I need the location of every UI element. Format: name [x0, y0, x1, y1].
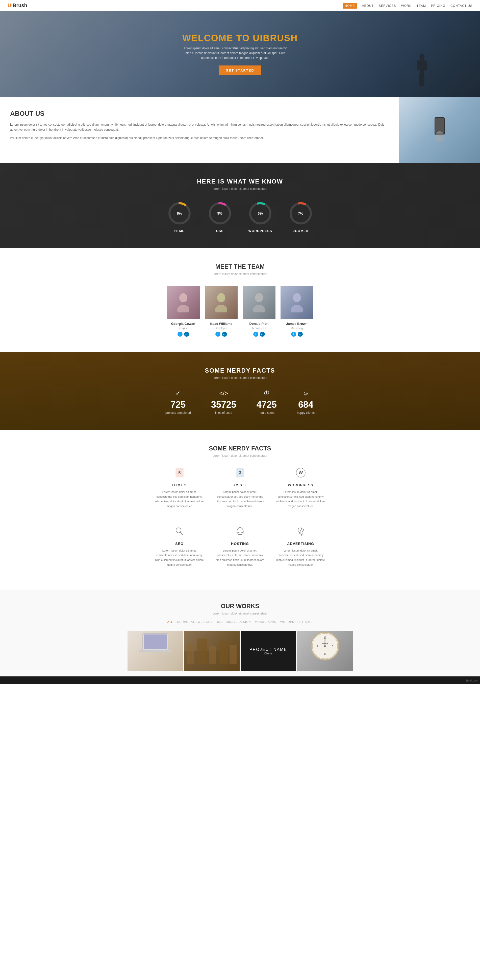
- skill-html-label: HTML: [174, 229, 184, 233]
- skill-html-percent: 8%: [177, 211, 182, 215]
- member-role-james: Marketing: [280, 326, 314, 329]
- hero-subtitle: Lorem ipsum dolor sit amet, consectetuer…: [182, 46, 288, 60]
- svg-point-19: [217, 293, 225, 302]
- social-links-isaac: t in: [205, 332, 238, 337]
- work-placeholder-clock: 12 3 6 9 TIMEX: [297, 631, 353, 671]
- skill-wordpress-label: WORDPRESS: [248, 229, 272, 233]
- get-started-button[interactable]: GET STARTED: [219, 65, 261, 75]
- svg-line-32: [181, 532, 183, 535]
- phone-illustration: [429, 115, 450, 145]
- work-item-city[interactable]: [184, 631, 240, 671]
- svg-text:6: 6: [324, 653, 326, 656]
- person-icon-james: [289, 292, 304, 312]
- footer-strip: jinhei.com: [0, 676, 480, 684]
- skills-title: HERE IS WHAT WE KNOW: [10, 178, 470, 185]
- hosting-icon: [215, 526, 265, 539]
- brand-prefix: UI: [8, 3, 13, 8]
- html5-icon: 5: [154, 468, 205, 480]
- skill-joomla-circle: 7%: [288, 201, 314, 226]
- footer-credit: jinhei.com: [466, 679, 480, 682]
- works-title: OUR WORKS: [10, 603, 470, 610]
- service-wordpress-svc-desc: Lorem ipsum dolor sit amet, consectetuer…: [276, 490, 326, 509]
- filter-mobile[interactable]: MOBILE APPS: [255, 620, 276, 623]
- fact-clients-number: 684: [297, 399, 315, 410]
- filter-corporate[interactable]: CORPORATE WEB SITE: [177, 620, 213, 623]
- smile-icon: ☺: [297, 390, 315, 397]
- svg-rect-44: [230, 645, 237, 664]
- member-role-isaac: Developer: [205, 326, 238, 329]
- service-wordpress-svc: W WORDPRESS Lorem ipsum dolor sit amet, …: [276, 468, 326, 509]
- twitter-icon-donald[interactable]: t: [253, 332, 258, 337]
- service-html5: 5 HTML 5 Lorem ipsum dolor sit amet, con…: [154, 468, 205, 509]
- linkedin-icon-georgia[interactable]: in: [184, 332, 189, 337]
- person-icon-donald: [252, 292, 267, 312]
- fact-hours: ⏱ 4725 hours spent: [257, 390, 277, 415]
- linkedin-icon-donald[interactable]: in: [260, 332, 265, 337]
- twitter-icon-georgia[interactable]: t: [177, 332, 182, 337]
- member-name-donald: Donald Platt: [242, 322, 276, 326]
- svg-rect-40: [187, 644, 194, 664]
- works-filter: ALL CORPORATE WEB SITE RESPONSIVE DESIGN…: [10, 620, 470, 623]
- svg-point-21: [255, 293, 263, 302]
- nav-item-home[interactable]: HOME: [343, 3, 357, 8]
- twitter-icon-james[interactable]: t: [291, 332, 296, 337]
- skill-wordpress-percent: 6%: [258, 211, 263, 215]
- twitter-icon-isaac[interactable]: t: [215, 332, 220, 337]
- skills-circles: 8% HTML 9% CSS 6% WOR: [10, 201, 470, 233]
- member-role-georgia: Designer: [167, 326, 200, 329]
- svg-point-18: [177, 305, 189, 312]
- avatar-georgia: [167, 286, 200, 319]
- team-card-donald: Donald Platt Team Head t in: [242, 286, 276, 337]
- fact-clients-label: happy clients: [297, 411, 315, 415]
- person-icon-georgia: [176, 292, 191, 312]
- skill-wordpress: 6% WORDPRESS: [248, 201, 273, 233]
- skill-css: 9% CSS: [207, 201, 233, 233]
- filter-all[interactable]: ALL: [167, 620, 173, 623]
- team-subtitle: Lorem ipsum dolor sit amet consectetuer: [10, 272, 470, 276]
- hero-content: WELCOME TO UIBRUSH Lorem ipsum dolor sit…: [182, 33, 298, 76]
- brand-logo[interactable]: UIBrush: [8, 3, 27, 8]
- nav-item-work[interactable]: WORK: [401, 3, 411, 8]
- social-links-james: t in: [280, 332, 314, 337]
- advertising-icon: [276, 526, 326, 539]
- avatar-placeholder-georgia: [167, 286, 200, 319]
- nav-item-about[interactable]: ABOUT: [362, 3, 374, 8]
- nav-item-team[interactable]: TEAM: [417, 3, 426, 8]
- svg-rect-43: [219, 641, 228, 664]
- seo-icon: [154, 526, 205, 539]
- nav-item-pricing[interactable]: PRICING: [431, 3, 445, 8]
- skill-css-circle: 9%: [207, 201, 233, 226]
- fact-projects-number: 725: [165, 399, 191, 410]
- nav-menu: HOME ABOUT SERVICES WORK TEAM PRICING CO…: [343, 3, 472, 8]
- skill-css-percent: 9%: [217, 211, 222, 215]
- hero-title: WELCOME TO UIBRUSH: [182, 33, 298, 43]
- avatar-placeholder-james: [280, 286, 314, 319]
- project-sub: Clients: [264, 652, 273, 655]
- nav-item-contact[interactable]: CONTACT US: [450, 3, 472, 8]
- work-placeholder-laptop: [128, 631, 183, 671]
- work-item-laptop[interactable]: [128, 631, 183, 671]
- about-paragraph-1: Lorem ipsum dolor sit amet, consectetuer…: [10, 122, 389, 132]
- team-card-james: James Brown Marketing t in: [280, 286, 314, 337]
- filter-wordpress[interactable]: WORDPRESS THEME: [280, 620, 313, 623]
- skills-section: HERE IS WHAT WE KNOW Lorem ipsum dolor s…: [0, 163, 480, 248]
- service-seo-desc: Lorem ipsum dolor sit amet, consectetuer…: [154, 548, 205, 567]
- fact-hours-number: 4725: [257, 399, 277, 410]
- filter-responsive[interactable]: RESPONSIVE DESIGN: [217, 620, 251, 623]
- hero-title-part2: UIBRUSH: [253, 33, 298, 43]
- service-advertising-desc: Lorem ipsum dolor sit amet, consectetuer…: [276, 548, 326, 567]
- clock-icon: ⏱: [257, 390, 277, 397]
- linkedin-icon-james[interactable]: in: [298, 332, 303, 337]
- nerdy-dark-subtitle: Lorem ipsum dolor sit amet consectetuer: [10, 376, 470, 380]
- checkmark-icon: ✓: [165, 390, 191, 397]
- navbar: UIBrush HOME ABOUT SERVICES WORK TEAM PR…: [0, 0, 480, 11]
- nav-item-services[interactable]: SERVICES: [379, 3, 396, 8]
- service-advertising: ADVERTISING Lorem ipsum dolor sit amet, …: [276, 526, 326, 567]
- linkedin-icon-isaac[interactable]: in: [222, 332, 227, 337]
- svg-rect-5: [422, 74, 425, 86]
- service-css3: 3 CSS 3 Lorem ipsum dolor sit amet, cons…: [215, 468, 265, 509]
- nerdy-dark-title: SOME NERDY FACTS: [10, 367, 470, 374]
- work-item-project[interactable]: PROJECT NAME Clients: [241, 631, 296, 671]
- work-item-clock[interactable]: 12 3 6 9 TIMEX: [297, 631, 353, 671]
- service-seo: SEO Lorem ipsum dolor sit amet, consecte…: [154, 526, 205, 567]
